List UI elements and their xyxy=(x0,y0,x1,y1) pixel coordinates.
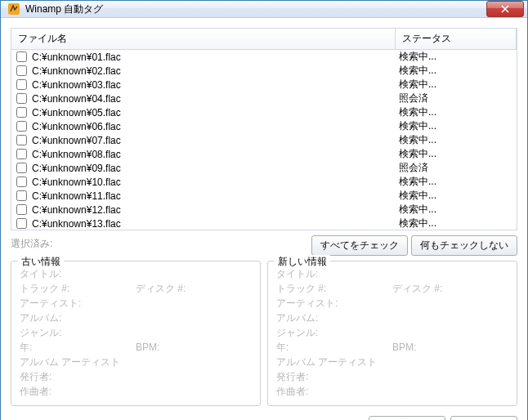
table-row[interactable]: C:¥unknown¥02.flac検索中... xyxy=(11,64,517,78)
check-all-button[interactable]: すべてをチェック xyxy=(311,235,408,256)
old-year-label: 年: xyxy=(20,340,136,355)
row-status: 検索中... xyxy=(399,119,436,133)
table-row[interactable]: C:¥unknown¥10.flac検索中... xyxy=(11,175,517,189)
row-status: 検索中... xyxy=(399,78,436,92)
table-row[interactable]: C:¥unknown¥01.flac検索中... xyxy=(11,50,517,64)
row-status: 検索中... xyxy=(399,133,436,147)
row-checkbox[interactable] xyxy=(16,149,27,159)
row-filename: C:¥unknown¥02.flac xyxy=(32,65,399,77)
content-area: ファイル名 ステータス C:¥unknown¥01.flac検索中...C:¥u… xyxy=(1,18,527,420)
new-composer-label: 作曲者: xyxy=(276,384,308,399)
new-albumartist-label: アルバム アーティスト xyxy=(276,355,377,369)
row-checkbox[interactable] xyxy=(16,163,27,173)
list-header: ファイル名 ステータス xyxy=(11,29,517,50)
column-header-status[interactable]: ステータス xyxy=(396,29,517,49)
footer: Gracenote メディアデータベース...にアクセ 変更を加える キャンセル xyxy=(11,411,517,420)
old-album-label: アルバム: xyxy=(20,311,61,325)
row-filename: C:¥unknown¥01.flac xyxy=(32,51,399,63)
old-disc-label: ディスク #: xyxy=(136,281,252,296)
row-checkbox[interactable] xyxy=(16,176,27,187)
table-row[interactable]: C:¥unknown¥03.flac検索中... xyxy=(11,78,517,92)
row-status: 照会済 xyxy=(399,92,428,105)
row-status: 検索中... xyxy=(399,189,436,203)
table-row[interactable]: C:¥unknown¥06.flac検索中... xyxy=(11,119,517,133)
row-checkbox[interactable] xyxy=(16,65,27,76)
apply-button[interactable]: 変更を加える xyxy=(369,416,445,420)
row-filename: C:¥unknown¥08.flac xyxy=(32,149,399,160)
new-publisher-label: 発行者: xyxy=(276,369,308,384)
old-composer-label: 作曲者: xyxy=(20,384,51,399)
old-info-panel: 古い情報 タイトル: トラック #:ディスク #: アーティスト: アルバム: … xyxy=(11,261,261,406)
old-genre-label: ジャンル: xyxy=(20,325,61,340)
row-status: 照会済 xyxy=(399,161,428,175)
row-status: 検索中... xyxy=(399,50,436,64)
row-checkbox[interactable] xyxy=(16,51,27,62)
selected-label: 選択済み: xyxy=(11,235,307,251)
row-checkbox[interactable] xyxy=(16,107,27,118)
old-publisher-label: 発行者: xyxy=(20,369,51,384)
new-disc-label: ディスク #: xyxy=(392,281,508,296)
table-row[interactable]: C:¥unknown¥11.flac検索中... xyxy=(11,189,517,203)
row-filename: C:¥unknown¥10.flac xyxy=(32,176,399,188)
new-info-title: 新しい情報 xyxy=(275,255,330,269)
row-filename: C:¥unknown¥07.flac xyxy=(32,135,399,146)
table-row[interactable]: C:¥unknown¥05.flac検索中... xyxy=(11,105,517,119)
old-artist-label: アーティスト: xyxy=(20,296,81,311)
row-filename: C:¥unknown¥13.flac xyxy=(32,218,399,230)
row-checkbox[interactable] xyxy=(16,204,27,215)
row-checkbox[interactable] xyxy=(16,218,27,229)
row-checkbox[interactable] xyxy=(16,121,27,132)
row-status: 検索中... xyxy=(399,105,436,119)
new-track-label: トラック #: xyxy=(276,281,392,296)
row-filename: C:¥unknown¥12.flac xyxy=(32,204,399,216)
new-info-panel: 新しい情報 タイトル: トラック #:ディスク #: アーティスト: アルバム:… xyxy=(267,261,517,406)
old-track-label: トラック #: xyxy=(20,281,136,296)
row-status: 検索中... xyxy=(399,64,436,78)
window-title: Winamp 自動タグ xyxy=(25,2,486,16)
row-checkbox[interactable] xyxy=(16,79,27,90)
new-album-label: アルバム: xyxy=(276,311,318,325)
row-filename: C:¥unknown¥06.flac xyxy=(32,121,399,132)
column-header-filename[interactable]: ファイル名 xyxy=(11,29,396,49)
table-row[interactable]: C:¥unknown¥12.flac検索中... xyxy=(11,203,517,217)
file-list[interactable]: ファイル名 ステータス C:¥unknown¥01.flac検索中...C:¥u… xyxy=(11,28,517,230)
winamp-autotag-window: Winamp 自動タグ ファイル名 ステータス C:¥unknown¥01.fl… xyxy=(0,0,528,420)
old-albumartist-label: アルバム アーティスト xyxy=(20,355,120,369)
table-row[interactable]: C:¥unknown¥13.flac検索中... xyxy=(11,217,517,230)
info-panels: 古い情報 タイトル: トラック #:ディスク #: アーティスト: アルバム: … xyxy=(11,261,517,406)
new-genre-label: ジャンル: xyxy=(276,325,318,340)
row-filename: C:¥unknown¥03.flac xyxy=(32,79,399,91)
row-checkbox[interactable] xyxy=(16,93,27,104)
close-button[interactable] xyxy=(486,1,524,17)
old-bpm-label: BPM: xyxy=(136,340,252,355)
row-status: 検索中... xyxy=(399,203,436,217)
winamp-icon xyxy=(7,2,20,16)
mid-controls: 選択済み: すべてをチェック 何もチェックしない xyxy=(11,235,517,256)
row-filename: C:¥unknown¥09.flac xyxy=(32,163,399,174)
table-row[interactable]: C:¥unknown¥08.flac検索中... xyxy=(11,147,517,161)
row-checkbox[interactable] xyxy=(16,135,27,145)
row-status: 検索中... xyxy=(399,217,436,230)
row-filename: C:¥unknown¥05.flac xyxy=(32,107,399,118)
row-filename: C:¥unknown¥04.flac xyxy=(32,93,399,105)
row-filename: C:¥unknown¥11.flac xyxy=(32,190,399,202)
new-bpm-label: BPM: xyxy=(392,340,508,355)
new-artist-label: アーティスト: xyxy=(276,296,338,311)
table-row[interactable]: C:¥unknown¥09.flac照会済 xyxy=(11,161,517,175)
row-status: 検索中... xyxy=(399,175,436,189)
cancel-button[interactable]: キャンセル xyxy=(450,416,517,420)
titlebar[interactable]: Winamp 自動タグ xyxy=(1,1,527,18)
table-row[interactable]: C:¥unknown¥07.flac検索中... xyxy=(11,133,517,147)
row-status: 検索中... xyxy=(399,147,436,161)
check-none-button[interactable]: 何もチェックしない xyxy=(411,235,517,256)
table-row[interactable]: C:¥unknown¥04.flac照会済 xyxy=(11,92,517,105)
old-info-title: 古い情報 xyxy=(18,255,64,269)
row-checkbox[interactable] xyxy=(16,190,27,201)
new-year-label: 年: xyxy=(276,340,392,355)
